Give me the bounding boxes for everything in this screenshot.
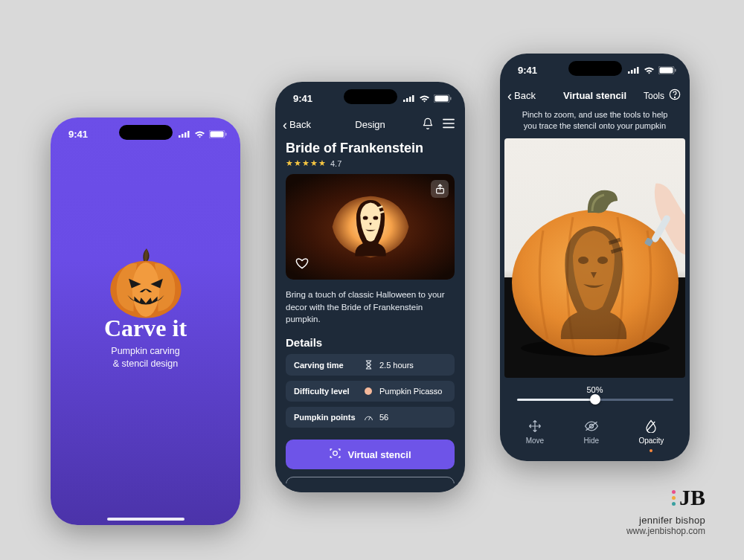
battery-icon <box>209 130 227 138</box>
slider-thumb[interactable] <box>590 394 600 405</box>
svg-point-41 <box>597 257 608 264</box>
stars-icon: ★★★★★ <box>286 158 327 168</box>
phone-design-detail: 9:41 ‹ Back Design Brid <box>275 82 465 492</box>
detail-value: 56 <box>379 413 388 422</box>
app-title: Carve it <box>104 315 187 342</box>
help-icon[interactable] <box>669 88 681 103</box>
back-label: Back <box>289 119 311 130</box>
move-icon <box>527 419 542 434</box>
svg-point-24 <box>333 451 338 456</box>
camera-preview[interactable] <box>504 138 685 378</box>
signal-icon <box>403 94 415 102</box>
credit: JB jennifer bishop www.jenbishop.com <box>626 485 705 536</box>
phone-splash: 9:41 <box>51 118 240 525</box>
svg-rect-27 <box>628 71 630 74</box>
chevron-left-icon: ‹ <box>507 89 512 103</box>
hourglass-icon <box>362 360 374 370</box>
svg-rect-5 <box>211 131 224 137</box>
app-subtitle: Pumpkin carving & stencil design <box>111 345 179 370</box>
active-indicator <box>650 449 652 452</box>
chevron-left-icon: ‹ <box>283 118 287 132</box>
menu-icon[interactable] <box>443 118 455 131</box>
svg-point-40 <box>578 257 589 264</box>
svg-rect-32 <box>660 67 673 73</box>
wifi-icon <box>419 94 430 103</box>
detail-label: Carving time <box>294 361 362 370</box>
tools-label[interactable]: Tools <box>644 91 664 101</box>
opacity-value: 50% <box>586 385 603 394</box>
svg-rect-3 <box>187 131 190 138</box>
back-button[interactable]: ‹ Back <box>283 118 311 132</box>
virtual-stencil-button[interactable]: Virtual stencil <box>286 440 455 469</box>
svg-rect-12 <box>412 95 414 102</box>
back-button[interactable]: ‹ Back <box>507 89 536 103</box>
svg-rect-1 <box>182 134 184 138</box>
design-description: Bring a touch of classic Halloween to yo… <box>286 289 455 326</box>
detail-value: 2.5 hours <box>379 361 414 370</box>
design-hero-image <box>286 174 455 280</box>
home-indicator <box>107 518 185 521</box>
svg-rect-30 <box>637 67 639 74</box>
wifi-icon <box>644 66 655 74</box>
svg-point-35 <box>674 97 675 97</box>
svg-rect-2 <box>185 132 187 138</box>
notch <box>568 61 622 76</box>
svg-rect-33 <box>675 68 676 71</box>
notch <box>119 125 173 140</box>
tool-move[interactable]: Move <box>526 419 544 452</box>
detail-row-points: Pumpkin points 56 <box>286 407 455 428</box>
tool-hide[interactable]: Hide <box>583 419 599 452</box>
tool-label: Opacity <box>638 437 664 445</box>
svg-rect-6 <box>225 132 227 135</box>
difficulty-dot-icon <box>362 387 374 395</box>
opacity-icon <box>644 419 658 434</box>
svg-rect-0 <box>179 135 181 138</box>
favorite-button[interactable] <box>292 253 312 274</box>
svg-rect-14 <box>435 95 449 101</box>
share-button[interactable] <box>431 180 449 198</box>
svg-point-22 <box>373 216 378 219</box>
status-time: 9:41 <box>518 65 537 76</box>
status-time: 9:41 <box>293 93 312 104</box>
gauge-icon <box>362 413 374 422</box>
detail-row-difficulty: Difficulty level Pumpkin Picasso <box>286 381 455 402</box>
credit-url: www.jenbishop.com <box>626 526 705 536</box>
hide-icon <box>584 419 599 434</box>
hint-text: Pinch to zoom, and use the tools to help… <box>500 106 690 138</box>
status-time: 9:41 <box>68 129 88 140</box>
svg-rect-15 <box>450 97 452 100</box>
battery-icon <box>434 94 452 103</box>
tool-label: Move <box>526 437 544 445</box>
stencil-icon <box>329 447 341 462</box>
tool-opacity[interactable]: Opacity <box>638 419 664 452</box>
battery-icon <box>658 66 676 74</box>
detail-value: Pumpkin Picasso <box>379 387 442 396</box>
svg-rect-11 <box>409 97 411 102</box>
notch <box>344 89 397 104</box>
back-label: Back <box>514 90 536 101</box>
detail-row-carving-time: Carving time 2.5 hours <box>286 354 455 376</box>
tool-label: Hide <box>583 437 599 445</box>
detail-label: Difficulty level <box>294 387 362 396</box>
svg-rect-10 <box>406 98 408 102</box>
opacity-slider[interactable] <box>517 399 673 401</box>
svg-rect-29 <box>634 68 636 74</box>
pumpkin-logo <box>101 243 190 325</box>
rating-value: 4.7 <box>330 159 341 168</box>
signal-icon <box>179 130 190 138</box>
bell-icon[interactable] <box>422 118 434 132</box>
credit-name: jennifer bishop <box>626 515 705 526</box>
rating: ★★★★★ 4.7 <box>286 158 455 168</box>
phone-virtual-stencil: 9:41 ‹ Back Virtual stencil Tools Pinch … <box>500 54 690 461</box>
svg-rect-28 <box>631 70 633 74</box>
wifi-icon <box>194 130 205 138</box>
details-heading: Details <box>286 336 455 349</box>
design-title: Bride of Frankenstein <box>286 141 455 156</box>
detail-label: Pumpkin points <box>294 413 362 422</box>
signal-icon <box>628 66 640 74</box>
svg-line-46 <box>647 422 655 431</box>
svg-rect-9 <box>403 100 405 102</box>
button-label: Virtual stencil <box>347 449 411 460</box>
svg-point-21 <box>362 216 368 219</box>
jb-logo: JB <box>626 485 705 510</box>
